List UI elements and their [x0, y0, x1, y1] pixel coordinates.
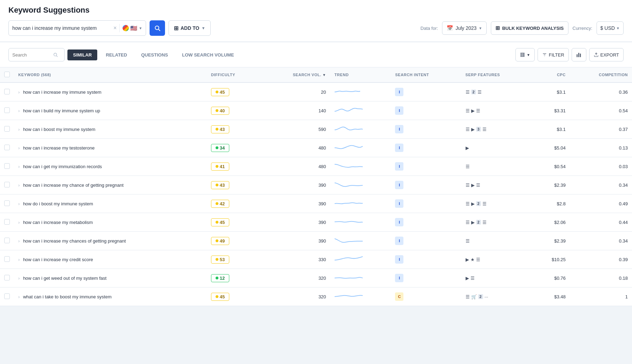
trend-cell [330, 269, 391, 287]
row-checkbox-cell [0, 139, 14, 157]
trend-cell [330, 250, 391, 269]
serp-features: ☰▶☰ [466, 183, 529, 188]
difficulty-dot [216, 146, 218, 149]
serp-features: ☰2☰ [466, 90, 529, 95]
keyword-cell: › how can i increase my testosterone [14, 139, 207, 157]
difficulty-cell: 45 [207, 213, 261, 232]
row-checkbox[interactable] [4, 107, 10, 113]
tab-similar[interactable]: SIMILAR [67, 49, 97, 60]
expand-icon[interactable]: › [18, 239, 20, 244]
row-checkbox[interactable] [4, 219, 10, 225]
expand-icon[interactable]: › [18, 127, 20, 132]
bulk-analysis-button[interactable]: ⊞ BULK KEYWORD ANALYSIS [491, 21, 568, 35]
table-row: › how can i get my immunization records … [0, 157, 632, 176]
intent-cell: I [391, 232, 461, 250]
cpc-cell: $3.48 [533, 287, 570, 306]
google-icon [123, 25, 129, 31]
difficulty-cell: 41 [207, 157, 261, 176]
intent-cell: I [391, 82, 461, 101]
tab-questions[interactable]: QUESTIONS [136, 49, 174, 60]
expand-icon[interactable]: › [18, 220, 20, 225]
currency-selector[interactable]: $ USD ▼ [597, 21, 624, 35]
row-checkbox[interactable] [4, 256, 10, 262]
search-icon [53, 52, 58, 57]
expand-icon[interactable]: › [18, 201, 20, 206]
clear-search-icon[interactable]: × [113, 25, 117, 31]
expand-icon[interactable]: › [18, 164, 20, 169]
serp-features: ▶ [466, 145, 529, 151]
search-vol-col-header[interactable]: SEARCH VOL. ▼ [261, 67, 330, 82]
row-checkbox[interactable] [4, 200, 10, 206]
filter-button[interactable]: FILTER [538, 48, 569, 61]
table-row: › what can i take to boost my immune sys… [0, 287, 632, 306]
difficulty-dot [216, 165, 218, 168]
row-checkbox[interactable] [4, 89, 10, 94]
export-button[interactable]: EXPORT [589, 48, 624, 61]
svg-line-3 [57, 56, 58, 57]
intent-badge: I [395, 88, 403, 96]
row-checkbox-cell [0, 213, 14, 232]
row-checkbox[interactable] [4, 182, 10, 187]
serp-cell: ☰▶2☰ [461, 194, 533, 213]
serp-features: ☰▶3☰ [466, 127, 529, 132]
table-row: › how can i boost my immune system 43 59… [0, 120, 632, 139]
keyword-text: how can i increase my immune system [23, 90, 101, 95]
row-checkbox-cell [0, 120, 14, 139]
intent-badge: I [395, 199, 403, 208]
table-row: › how can i increase my credit score 53 … [0, 250, 632, 269]
cpc-cell: $3.1 [533, 82, 570, 101]
tab-low-search-volume[interactable]: LOW SEARCH VOLUME [176, 49, 239, 60]
search-vol-cell: 330 [261, 250, 330, 269]
row-checkbox[interactable] [4, 238, 10, 243]
expand-icon[interactable]: › [18, 90, 20, 95]
search-vol-cell: 320 [261, 287, 330, 306]
search-button[interactable] [150, 20, 165, 36]
tab-related[interactable]: RELATED [100, 49, 132, 60]
table-row: › how can i increase my chance of gettin… [0, 176, 632, 194]
row-checkbox[interactable] [4, 275, 10, 280]
row-checkbox-cell [0, 194, 14, 213]
serp-cell: ☰▶3☰ [461, 120, 533, 139]
keyword-input[interactable] [12, 25, 111, 31]
row-checkbox-cell [0, 232, 14, 250]
cpc-cell: $10.25 [533, 250, 570, 269]
search-vol-cell: 140 [261, 101, 330, 120]
intent-badge: I [395, 106, 403, 115]
view-toggle-button[interactable] [572, 48, 586, 61]
difficulty-badge: 53 [211, 256, 229, 264]
row-checkbox-cell [0, 287, 14, 306]
row-checkbox[interactable] [4, 293, 10, 299]
trend-chart [335, 87, 387, 97]
date-picker-button[interactable]: 📅 July 2023 ▼ [442, 21, 487, 35]
expand-icon[interactable]: › [18, 276, 20, 281]
cpc-cell: $5.04 [533, 139, 570, 157]
table-row: › how do i boost my immune system 42 390… [0, 194, 632, 213]
search-input[interactable] [12, 52, 51, 58]
add-to-button[interactable]: ⊞ ADD TO ▼ [169, 20, 210, 36]
expand-icon[interactable]: › [18, 257, 20, 262]
keyword-cell: › how can i build my immune system up [14, 101, 207, 120]
keyword-cell: › how do i boost my immune system [14, 194, 207, 213]
expand-icon[interactable]: › [18, 183, 20, 188]
toolbar: SIMILAR RELATED QUESTIONS LOW SEARCH VOL… [0, 42, 632, 67]
search-engine-selector[interactable]: 🇺🇸 ▼ [123, 25, 142, 32]
cpc-cell: $3.31 [533, 101, 570, 120]
expand-icon[interactable]: › [18, 294, 20, 299]
competition-cell: 1 [570, 287, 632, 306]
expand-icon[interactable]: › [18, 146, 20, 151]
row-checkbox[interactable] [4, 163, 10, 169]
row-checkbox-cell [0, 82, 14, 101]
svg-rect-5 [522, 53, 523, 57]
select-all-checkbox[interactable] [4, 72, 10, 77]
row-checkbox[interactable] [4, 145, 10, 150]
serp-features: ☰▶2☰ [466, 201, 529, 206]
expand-icon[interactable]: › [18, 108, 20, 113]
row-checkbox[interactable] [4, 126, 10, 132]
intent-badge: I [395, 218, 403, 226]
keyword-cell: › how can i increase my metabolism [14, 213, 207, 232]
row-checkbox-cell [0, 176, 14, 194]
keyword-text: how do i boost my immune system [23, 201, 93, 206]
intent-badge: I [395, 125, 403, 133]
columns-toggle-button[interactable]: ▼ [515, 48, 535, 61]
difficulty-cell: 12 [207, 269, 261, 287]
